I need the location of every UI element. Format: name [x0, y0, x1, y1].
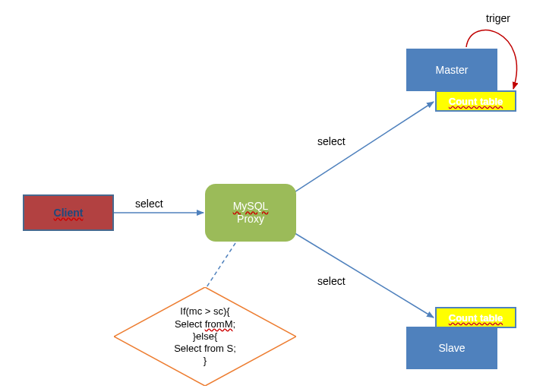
edge-label-client-proxy: select: [135, 198, 163, 210]
edge-proxy-master-ct: [289, 102, 434, 196]
node-master: Master: [406, 49, 497, 91]
proxy-label-line2: Proxy: [237, 213, 264, 226]
decision-line5: }: [204, 355, 207, 367]
slave-label: Slave: [438, 342, 465, 354]
node-count-table-master: Count table: [435, 90, 516, 112]
decision-line3: }else{: [193, 330, 218, 343]
count-table-slave-label: Count table: [449, 312, 503, 324]
master-label: Master: [436, 64, 469, 76]
client-label: Client: [54, 207, 84, 219]
node-slave: Slave: [406, 327, 497, 369]
edge-proxy-decision: [207, 243, 235, 287]
decision-line4: Select from S;: [174, 343, 236, 355]
edge-label-trigger: triger: [486, 12, 510, 24]
node-client: Client: [23, 194, 114, 231]
node-decision: If(mc > sc){ Select fromM; }else{ Select…: [114, 287, 296, 386]
decision-line2: Select fromM;: [175, 318, 235, 330]
node-count-table-slave: Count table: [435, 307, 516, 328]
proxy-label-line1: MySQL: [233, 200, 269, 213]
edge-label-proxy-master: select: [317, 135, 346, 147]
edge-proxy-slave-ct: [289, 229, 434, 318]
node-proxy: MySQL Proxy: [205, 184, 296, 242]
edge-label-proxy-slave: select: [317, 275, 346, 287]
decision-text: If(mc > sc){ Select fromM; }else{ Select…: [114, 287, 296, 386]
count-table-master-label: Count table: [449, 96, 503, 107]
decision-line1: If(mc > sc){: [180, 305, 229, 318]
